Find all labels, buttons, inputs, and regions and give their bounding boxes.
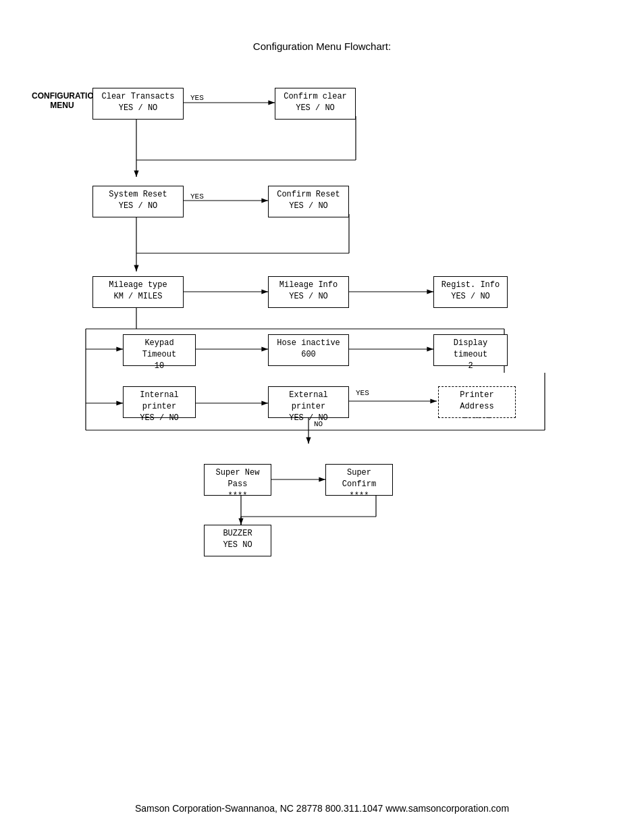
buzzer-box: BUZZER YES NO [204, 525, 271, 556]
confirm-reset-box: Confirm Reset YES / NO [268, 186, 349, 217]
page-title: Configuration Menu Flowchart: [0, 0, 644, 52]
mileage-info-box: Mileage Info YES / NO [268, 276, 349, 308]
yes-label-1: YES [190, 94, 204, 102]
hose-inactive-box: Hose inactive 600 [268, 334, 349, 366]
footer: Samson Corporation-Swannanoa, NC 28778 8… [0, 803, 644, 814]
yes-label-2: YES [190, 192, 204, 201]
printer-address-box: Printer Address ------ [438, 386, 516, 418]
clear-transacts-box: Clear Transacts YES / NO [92, 88, 184, 120]
mileage-type-box: Mileage type KM / MILES [92, 276, 184, 308]
regist-info-box: Regist. Info YES / NO [433, 276, 508, 308]
confirm-clear-box: Confirm clear YES / NO [275, 88, 356, 120]
external-printer-box: External printer YES / NO [268, 386, 349, 418]
config-menu-label: CONFIGURATION MENU [32, 91, 92, 110]
no-label-1: NO [314, 420, 323, 428]
internal-printer-box: Internal printer YES / NO [123, 386, 196, 418]
display-timeout-box: Display timeout 2 [433, 334, 508, 366]
super-new-pass-box: Super New Pass **** [204, 464, 271, 496]
keypad-timeout-box: Keypad Timeout 10 [123, 334, 196, 366]
super-confirm-box: Super Confirm **** [325, 464, 393, 496]
system-reset-box: System Reset YES / NO [92, 186, 184, 217]
yes-label-3: YES [356, 389, 369, 397]
